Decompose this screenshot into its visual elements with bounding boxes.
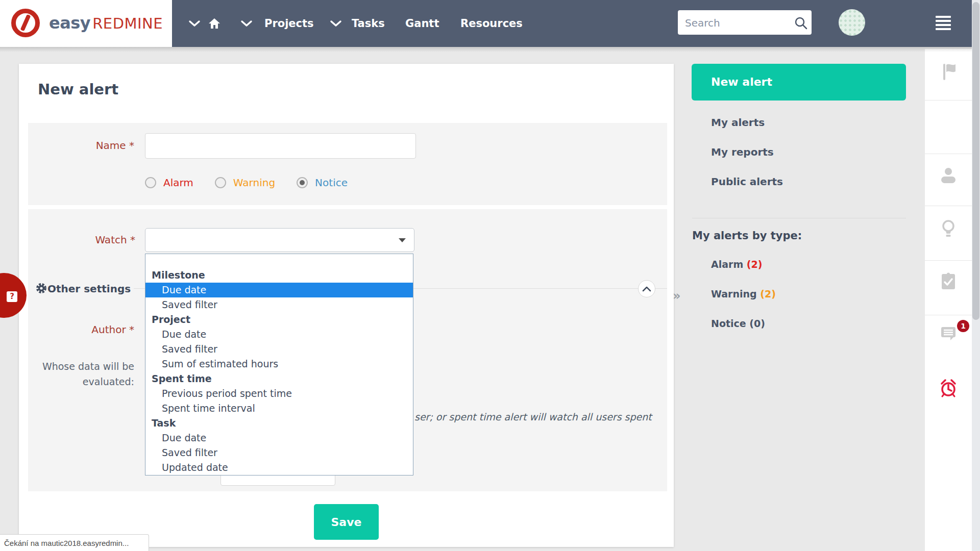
- hint-text: ser; or spent time alert will watch all …: [414, 411, 674, 422]
- logo-area[interactable]: easy REDMINE: [0, 0, 172, 47]
- navbar-shadow: [0, 47, 980, 52]
- logo-text: easy REDMINE: [49, 13, 163, 33]
- author-label: Author *: [30, 323, 134, 336]
- chevron-down-icon: [188, 20, 201, 27]
- watch-label: Watch *: [31, 234, 135, 246]
- sidebar-by-type-header: My alerts by type:: [692, 230, 802, 242]
- logo-redmine: REDMINE: [92, 15, 163, 32]
- dropdown-option[interactable]: Sum of estimated hours: [145, 357, 413, 371]
- browser-status-bar: Čekání na mautic2018.easyredmin...: [0, 534, 149, 551]
- question-mark-icon: ?: [7, 291, 17, 302]
- user-avatar[interactable]: [839, 9, 865, 36]
- sidebar-type-alarm[interactable]: Alarm (2): [711, 258, 776, 270]
- search-icon[interactable]: [794, 16, 807, 30]
- dropdown-group-label: Spent time: [145, 371, 413, 386]
- other-settings-heading: Other settings: [47, 283, 131, 295]
- chevron-down-icon: [330, 20, 342, 27]
- collapse-section-button[interactable]: [638, 280, 655, 297]
- page-scrollbar[interactable]: [972, 0, 980, 551]
- dropdown-option[interactable]: Due date: [145, 431, 413, 445]
- select-caret-icon: [399, 238, 406, 242]
- alert-type-radio-warning[interactable]: [215, 177, 226, 188]
- nav-tasks-label: Tasks: [352, 17, 385, 30]
- dropdown-option[interactable]: Spent time interval: [145, 401, 413, 416]
- whose-data-label: Whose data will be evaluated:: [30, 359, 134, 389]
- page-title: New alert: [38, 81, 118, 98]
- chevron-up-icon: [642, 286, 651, 292]
- sidebar-link-public-alerts[interactable]: Public alerts: [711, 176, 783, 188]
- home-icon: [208, 18, 220, 29]
- logo-easy: easy: [49, 13, 90, 33]
- nav-resources-label: Resources: [460, 17, 523, 30]
- alert-type-radio-alarm[interactable]: [145, 177, 156, 188]
- gear-icon: [36, 283, 47, 296]
- screen: easy REDMINE Projects Tasks Gantt Resour…: [0, 0, 980, 551]
- sidebar-type-list: Alarm (2)Warning (2)Notice (0): [711, 258, 776, 347]
- sidebar-type-warning[interactable]: Warning (2): [711, 288, 776, 300]
- nav-home[interactable]: [208, 0, 220, 47]
- alert-type-radio-notice[interactable]: [297, 177, 308, 188]
- clipboard-check-icon[interactable]: [925, 272, 972, 290]
- sidebar-link-my-reports[interactable]: My reports: [711, 146, 783, 158]
- dropdown-option[interactable]: Saved filter: [145, 297, 413, 312]
- dropdown-option[interactable]: Due date: [145, 283, 413, 297]
- nav-tasks[interactable]: Tasks: [352, 0, 385, 47]
- projects-dropdown-chevron[interactable]: [240, 0, 253, 47]
- dropdown-option[interactable]: Previous period spent time: [145, 386, 413, 401]
- home-dropdown-chevron[interactable]: [188, 0, 201, 47]
- sidebar-links: My alertsMy reportsPublic alerts: [711, 116, 783, 205]
- dropdown-option[interactable]: Saved filter: [145, 445, 413, 460]
- watch-dropdown-list: MilestoneDue dateSaved filterProjectDue …: [145, 254, 413, 475]
- sidebar-type-notice[interactable]: Notice (0): [711, 317, 776, 330]
- alert-type-label-notice[interactable]: Notice: [315, 177, 348, 189]
- dropdown-group-label: Milestone: [145, 268, 413, 283]
- tasks-dropdown-chevron[interactable]: [330, 0, 342, 47]
- save-button[interactable]: Save: [314, 504, 379, 540]
- dropdown-option[interactable]: Saved filter: [145, 342, 413, 357]
- alert-type-radio-group: AlarmWarningNotice: [145, 177, 369, 189]
- dropdown-group-label: Project: [145, 312, 413, 327]
- search-box: [678, 10, 812, 35]
- chevron-down-icon: [240, 20, 253, 27]
- alarm-clock-icon[interactable]: [925, 378, 972, 398]
- nav-projects[interactable]: Projects: [264, 0, 314, 47]
- nav-gantt-label: Gantt: [405, 17, 439, 30]
- dropdown-option[interactable]: Due date: [145, 327, 413, 342]
- user-icon[interactable]: [925, 167, 972, 184]
- watch-select[interactable]: [145, 228, 414, 252]
- dropdown-group-label: Task: [145, 416, 413, 431]
- name-label: Name *: [30, 139, 134, 152]
- nav-gantt[interactable]: Gantt: [405, 0, 439, 47]
- alarm-badge: 1: [957, 320, 969, 332]
- alert-type-label-warning[interactable]: Warning: [233, 177, 275, 189]
- sidebar-expand-icon[interactable]: »: [673, 289, 681, 303]
- right-icon-rail: 1: [925, 49, 972, 551]
- alert-type-label-alarm[interactable]: Alarm: [163, 177, 193, 189]
- sidebar-divider: [692, 218, 906, 218]
- nav-projects-label: Projects: [264, 17, 314, 30]
- flag-icon[interactable]: [925, 63, 972, 81]
- sidebar-new-alert-button[interactable]: New alert: [692, 64, 906, 101]
- name-input[interactable]: [145, 133, 416, 159]
- lightbulb-icon[interactable]: [925, 219, 972, 239]
- menu-hamburger-icon[interactable]: [936, 16, 951, 32]
- scrollbar-thumb[interactable]: [972, 2, 979, 320]
- nav-resources[interactable]: Resources: [460, 0, 523, 47]
- search-input[interactable]: [684, 10, 793, 36]
- dropdown-option[interactable]: Updated date: [145, 460, 413, 475]
- sidebar-link-my-alerts[interactable]: My alerts: [711, 116, 783, 129]
- easy-redmine-logo-icon: [11, 9, 40, 37]
